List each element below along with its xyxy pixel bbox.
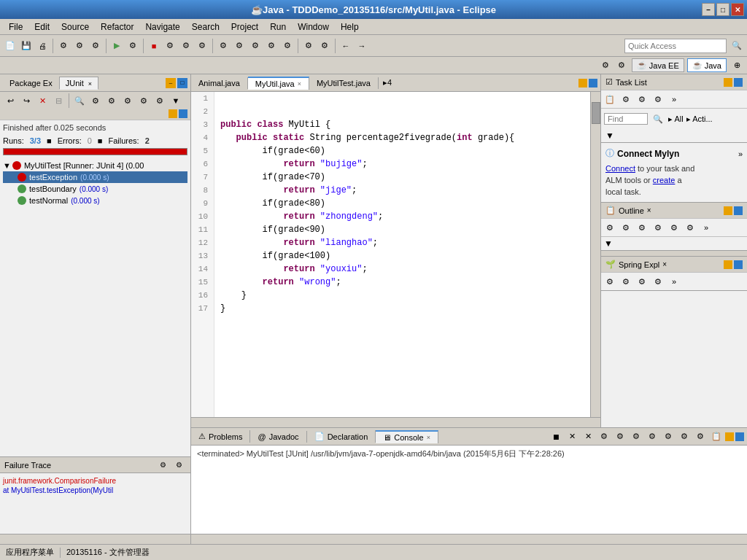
- toolbar-btn-6[interactable]: ⚙: [125, 39, 140, 53]
- outline-min[interactable]: [724, 206, 732, 215]
- spring-btn-1[interactable]: ⚙: [603, 274, 617, 289]
- task-expand[interactable]: ▼: [601, 129, 747, 142]
- perspective-java[interactable]: ☕ Java: [687, 58, 727, 72]
- test-item-0[interactable]: testException (0.000 s): [3, 171, 187, 183]
- outline-expand[interactable]: ▼: [601, 237, 747, 250]
- outline-btn-more[interactable]: »: [699, 220, 713, 235]
- vscroll-thumb[interactable]: [592, 102, 600, 124]
- task-btn-4[interactable]: ⚙: [651, 92, 665, 106]
- task-btn-3[interactable]: ⚙: [635, 92, 649, 106]
- perspective-javaee[interactable]: ☕ Java EE: [632, 58, 684, 72]
- junit-btn-4[interactable]: 🔍: [72, 93, 87, 108]
- left-panel-minimize[interactable]: –: [166, 78, 176, 88]
- toolbar-btn-14[interactable]: ⚙: [264, 39, 279, 53]
- task-max[interactable]: [734, 78, 743, 87]
- bottom-min[interactable]: [725, 432, 734, 441]
- outline-btn-6[interactable]: ⚙: [683, 220, 697, 235]
- menu-help[interactable]: Help: [335, 20, 365, 34]
- toolbar-btn-17[interactable]: ⚙: [317, 39, 332, 53]
- junit-btn-history[interactable]: ▼: [169, 93, 183, 108]
- outline-hscroll[interactable]: [601, 250, 747, 256]
- minimize-button[interactable]: –: [702, 3, 715, 16]
- outline-btn-2[interactable]: ⚙: [619, 220, 633, 235]
- junit-panel-min[interactable]: [169, 109, 177, 118]
- mylyn-connect-link[interactable]: Connect: [605, 164, 635, 173]
- console-btn-7[interactable]: ⚙: [645, 429, 659, 444]
- open-perspective-button[interactable]: ⊕: [729, 58, 744, 73]
- task-min[interactable]: [724, 78, 732, 87]
- tab-problems[interactable]: ⚠ Problems: [191, 430, 250, 443]
- mylyn-expand-icon[interactable]: »: [738, 149, 743, 158]
- find-input[interactable]: [604, 113, 648, 125]
- code-content[interactable]: public class MyUtil { public static Stri…: [214, 92, 590, 417]
- spring-min[interactable]: [724, 260, 732, 269]
- close-button[interactable]: ✕: [731, 3, 744, 16]
- menu-run[interactable]: Run: [264, 20, 292, 34]
- junit-btn-8[interactable]: ⚙: [136, 93, 151, 108]
- outline-btn-4[interactable]: ⚙: [651, 220, 665, 235]
- console-btn-5[interactable]: ⚙: [613, 429, 627, 444]
- console-btn-9[interactable]: ⚙: [677, 429, 692, 444]
- console-btn-11[interactable]: 📋: [709, 429, 724, 444]
- test-item-1[interactable]: testBoundary (0.000 s): [3, 183, 187, 195]
- toolbar-btn-3[interactable]: ⚙: [56, 39, 71, 53]
- toolbar-btn-16[interactable]: ⚙: [301, 39, 316, 53]
- failure-btn-1[interactable]: ⚙: [155, 458, 170, 472]
- toolbar-btn-5[interactable]: ⚙: [88, 39, 103, 53]
- toolbar-btn-7[interactable]: ■: [147, 39, 161, 53]
- console-btn-8[interactable]: ⚙: [661, 429, 676, 444]
- toolbar-btn-19[interactable]: →: [355, 39, 369, 53]
- tab-myutiltest[interactable]: MyUtilTest.java: [309, 77, 379, 89]
- junit-btn-3[interactable]: ⊟: [51, 93, 66, 108]
- bottom-hscroll[interactable]: [191, 534, 747, 544]
- editor-hscroll[interactable]: [191, 417, 600, 427]
- console-btn-2[interactable]: ✕: [565, 429, 579, 444]
- junit-tab-close[interactable]: ×: [88, 80, 92, 88]
- acti-label[interactable]: ▸ Acti...: [686, 114, 713, 124]
- outline-max[interactable]: [734, 206, 743, 215]
- console-btn-6[interactable]: ⚙: [629, 429, 643, 444]
- perspective-icon-1[interactable]: ⚙: [598, 58, 613, 73]
- tab-javadoc[interactable]: @ Javadoc: [250, 431, 306, 443]
- outline-btn-5[interactable]: ⚙: [667, 220, 681, 235]
- tab-myutil[interactable]: MyUtil.java ×: [248, 77, 309, 90]
- task-btn-1[interactable]: 📋: [603, 92, 617, 106]
- toolbar-btn-1[interactable]: 💾: [19, 39, 34, 53]
- console-btn-1[interactable]: ⏹: [549, 429, 563, 444]
- console-btn-10[interactable]: ⚙: [693, 429, 708, 444]
- menu-source[interactable]: Source: [55, 20, 95, 34]
- toolbar-btn-13[interactable]: ⚙: [248, 39, 263, 53]
- junit-panel-max[interactable]: [179, 109, 187, 118]
- left-panel-maximize[interactable]: □: [177, 78, 187, 88]
- perspective-icon-2[interactable]: ⚙: [614, 58, 629, 73]
- tab-animal[interactable]: Animal.java: [191, 77, 248, 89]
- junit-btn-5[interactable]: ⚙: [88, 93, 103, 108]
- menu-file[interactable]: File: [3, 20, 28, 34]
- menu-window[interactable]: Window: [292, 20, 335, 34]
- menu-search[interactable]: Search: [186, 20, 225, 34]
- junit-btn-1[interactable]: ↩: [3, 93, 18, 108]
- menu-project[interactable]: Project: [225, 20, 264, 34]
- menu-refactor[interactable]: Refactor: [95, 20, 139, 34]
- toolbar-btn-12[interactable]: ⚙: [232, 39, 247, 53]
- spring-btn-more[interactable]: »: [667, 274, 681, 289]
- toolbar-btn-10[interactable]: ⚙: [195, 39, 209, 53]
- tab-console[interactable]: 🖥 Console ×: [376, 430, 438, 443]
- run-button[interactable]: ▶: [109, 39, 124, 53]
- test-item-2[interactable]: testNormal (0.000 s): [3, 195, 187, 206]
- outline-btn-1[interactable]: ⚙: [603, 220, 617, 235]
- toolbar-btn-9[interactable]: ⚙: [179, 39, 193, 53]
- toolbar-btn-4[interactable]: ⚙: [72, 39, 87, 53]
- myutil-tab-close[interactable]: ×: [298, 80, 301, 88]
- tab-declaration[interactable]: 📄 Declaration: [307, 430, 376, 443]
- all-label[interactable]: ▸ All: [668, 114, 684, 124]
- toolbar-btn-15[interactable]: ⚙: [280, 39, 295, 53]
- spring-btn-2[interactable]: ⚙: [619, 274, 633, 289]
- junit-btn-9[interactable]: ⚙: [152, 93, 167, 108]
- more-tabs[interactable]: ▸4: [379, 77, 396, 89]
- mylyn-create-link[interactable]: create: [653, 176, 676, 184]
- editor-max-btn[interactable]: [589, 79, 597, 88]
- spring-btn-4[interactable]: ⚙: [651, 274, 665, 289]
- tab-junit[interactable]: JUnit ×: [59, 77, 98, 90]
- failure-btn-2[interactable]: ⚙: [171, 458, 186, 472]
